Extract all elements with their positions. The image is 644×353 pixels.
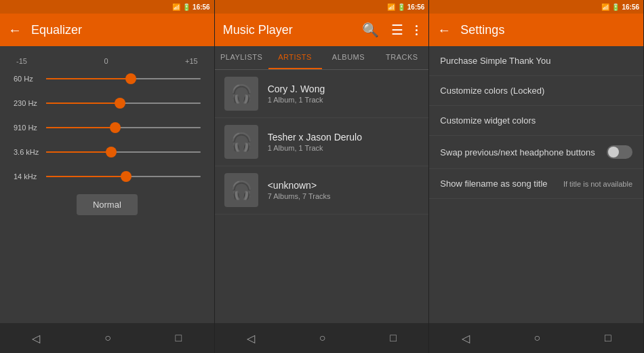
eq-header: ← Equalizer bbox=[0, 14, 214, 46]
settings-text-4: Show filename as song title bbox=[440, 179, 558, 189]
settings-text-0: Purchase Simple Thank You bbox=[440, 56, 632, 66]
status-icons-mp: 📶 🔋 16:56 bbox=[387, 3, 425, 11]
nav-back-mp[interactable]: ◁ bbox=[247, 332, 255, 345]
nav-bar-st: ◁ ○ □ bbox=[429, 323, 643, 353]
mp-header: Music Player 🔍 ☰ bbox=[215, 14, 429, 46]
eq-row-230hz: 230 Hz bbox=[14, 96, 201, 110]
eq-slider-910hz[interactable] bbox=[46, 121, 201, 134]
headphone-icon-0: 🎧 bbox=[230, 83, 252, 105]
time-eq: 16:56 bbox=[193, 3, 210, 11]
eq-slider-3khz[interactable] bbox=[46, 145, 201, 159]
artist-avatar-1: 🎧 bbox=[224, 125, 258, 159]
nav-home-st[interactable]: ○ bbox=[534, 332, 540, 344]
artist-meta-2: 7 Albums, 7 Tracks bbox=[268, 192, 331, 200]
battery-icon-st: 🔋 bbox=[611, 3, 620, 11]
artist-name-1: Tesher x Jason Derulo bbox=[268, 132, 362, 143]
wifi-icon-mp: 📶 bbox=[387, 3, 395, 11]
tab-artists[interactable]: ARTISTS bbox=[268, 46, 322, 69]
eq-label-3khz: 3.6 kHz bbox=[14, 148, 41, 156]
wifi-icon-st: 📶 bbox=[601, 3, 609, 11]
eq-slider-230hz[interactable] bbox=[46, 96, 201, 110]
eq-scale-high: +15 bbox=[185, 57, 198, 65]
settings-text-1: Customize colors (Locked) bbox=[440, 86, 632, 96]
back-button-settings[interactable]: ← bbox=[437, 22, 451, 38]
artist-avatar-2: 🎧 bbox=[224, 173, 258, 207]
settings-header: ← Settings bbox=[429, 14, 643, 46]
settings-panel: 📶 🔋 16:56 ← Settings Purchase Simple Tha… bbox=[429, 0, 644, 353]
status-icons-eq: 📶 🔋 16:56 bbox=[172, 3, 210, 11]
eq-label-14khz: 14 kHz bbox=[14, 172, 41, 181]
eq-scale-labels: -15 0 +15 bbox=[14, 57, 201, 65]
headphone-icon-1: 🎧 bbox=[230, 132, 252, 153]
nav-back-eq[interactable]: ◁ bbox=[32, 332, 40, 345]
eq-label-910hz: 910 Hz bbox=[14, 124, 41, 132]
eq-label-60hz: 60 Hz bbox=[14, 75, 41, 83]
nav-recent-mp[interactable]: □ bbox=[390, 332, 397, 344]
settings-text-2: Customize widget colors bbox=[440, 115, 632, 126]
nav-bar-mp: ◁ ○ □ bbox=[215, 323, 429, 353]
overflow-menu-mp[interactable] bbox=[413, 22, 420, 38]
headphone-icon-2: 🎧 bbox=[230, 180, 252, 201]
eq-row-910hz: 910 Hz bbox=[14, 121, 201, 134]
artist-info-2: <unknown> 7 Albums, 7 Tracks bbox=[268, 180, 331, 200]
artist-name-0: Cory J. Wong bbox=[268, 83, 325, 94]
settings-item-1[interactable]: Customize colors (Locked) bbox=[429, 76, 643, 106]
artist-name-2: <unknown> bbox=[268, 180, 331, 191]
status-bar-st: 📶 🔋 16:56 bbox=[429, 0, 643, 14]
nav-home-eq[interactable]: ○ bbox=[104, 332, 111, 344]
nav-recent-eq[interactable]: □ bbox=[176, 332, 182, 344]
settings-list: Purchase Simple Thank You Customize colo… bbox=[429, 46, 643, 323]
back-button-eq[interactable]: ← bbox=[8, 22, 22, 38]
artist-meta-1: 1 Album, 1 Track bbox=[268, 144, 362, 152]
settings-item-4[interactable]: Show filename as song title If title is … bbox=[429, 169, 643, 199]
artist-list: 🎧 Cory J. Wong 1 Album, 1 Track 🎧 Tesher… bbox=[215, 70, 429, 323]
eq-scale-mid: 0 bbox=[104, 57, 108, 65]
status-bar-mp: 📶 🔋 16:56 bbox=[215, 0, 429, 14]
eq-row-60hz: 60 Hz bbox=[14, 72, 201, 86]
settings-item-3[interactable]: Swap previous/next headphone buttons bbox=[429, 136, 643, 169]
artist-avatar-0: 🎧 bbox=[224, 77, 258, 111]
settings-title: Settings bbox=[460, 23, 635, 37]
time-st: 16:56 bbox=[622, 3, 639, 11]
tab-albums[interactable]: ALBUMS bbox=[322, 46, 376, 69]
swap-headphone-toggle[interactable] bbox=[607, 145, 632, 159]
artist-item-2[interactable]: 🎧 <unknown> 7 Albums, 7 Tracks bbox=[215, 166, 429, 215]
eq-title: Equalizer bbox=[31, 23, 206, 37]
artist-item-0[interactable]: 🎧 Cory J. Wong 1 Album, 1 Track bbox=[215, 70, 429, 118]
sort-button-mp[interactable]: ☰ bbox=[388, 19, 406, 41]
eq-scale-low: -15 bbox=[16, 57, 27, 65]
settings-item-0[interactable]: Purchase Simple Thank You bbox=[429, 46, 643, 76]
mp-title: Music Player bbox=[223, 23, 353, 37]
battery-icon-mp: 🔋 bbox=[397, 3, 405, 11]
eq-row-3khz: 3.6 kHz bbox=[14, 145, 201, 159]
eq-label-230hz: 230 Hz bbox=[14, 99, 41, 107]
settings-value-4: If title is not available bbox=[563, 180, 632, 188]
eq-content: -15 0 +15 60 Hz 230 Hz bbox=[0, 46, 214, 323]
tab-playlists[interactable]: PLAYLISTS bbox=[215, 46, 268, 69]
equalizer-panel: 📶 🔋 16:56 ← Equalizer -15 0 +15 60 Hz bbox=[0, 0, 215, 353]
wifi-icon: 📶 bbox=[172, 3, 180, 11]
artist-item-1[interactable]: 🎧 Tesher x Jason Derulo 1 Album, 1 Track bbox=[215, 118, 429, 166]
nav-bar-eq: ◁ ○ □ bbox=[0, 323, 214, 353]
settings-text-3: Swap previous/next headphone buttons bbox=[440, 147, 607, 157]
music-player-panel: 📶 🔋 16:56 Music Player 🔍 ☰ PLAYLISTS ART… bbox=[215, 0, 430, 353]
battery-icon: 🔋 bbox=[182, 3, 190, 11]
eq-preset-button[interactable]: Normal bbox=[77, 194, 138, 215]
status-bar-eq: 📶 🔋 16:56 bbox=[0, 0, 214, 14]
mp-tabs: PLAYLISTS ARTISTS ALBUMS TRACKS bbox=[215, 46, 429, 70]
nav-back-st[interactable]: ◁ bbox=[462, 332, 470, 345]
settings-item-2[interactable]: Customize widget colors bbox=[429, 106, 643, 136]
tab-tracks[interactable]: TRACKS bbox=[375, 46, 428, 69]
artist-info-0: Cory J. Wong 1 Album, 1 Track bbox=[268, 83, 325, 104]
nav-home-mp[interactable]: ○ bbox=[319, 332, 326, 344]
time-mp: 16:56 bbox=[407, 3, 425, 11]
search-button-mp[interactable]: 🔍 bbox=[359, 19, 382, 41]
eq-slider-60hz[interactable] bbox=[46, 72, 201, 86]
eq-sliders-area: -15 0 +15 60 Hz 230 Hz bbox=[0, 46, 214, 323]
nav-recent-st[interactable]: □ bbox=[605, 332, 611, 344]
artist-meta-0: 1 Album, 1 Track bbox=[268, 96, 325, 104]
artist-info-1: Tesher x Jason Derulo 1 Album, 1 Track bbox=[268, 132, 362, 152]
eq-slider-14khz[interactable] bbox=[46, 170, 201, 183]
status-icons-st: 📶 🔋 16:56 bbox=[601, 3, 639, 11]
eq-row-14khz: 14 kHz bbox=[14, 170, 201, 183]
